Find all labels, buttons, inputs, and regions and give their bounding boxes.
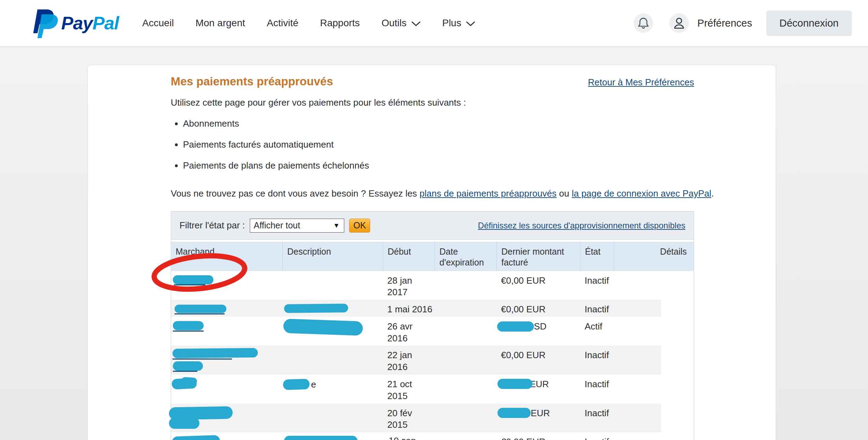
status-cell: Inactif [580,271,614,300]
expiration-cell [435,300,496,317]
column-header-description: Description [282,242,383,271]
amount-cell: SD [496,317,580,346]
status-cell: Inactif [580,375,614,404]
expiration-cell [435,432,496,440]
nav-item-outils[interactable]: Outils [371,17,431,29]
list-item: Paiements de plans de paiements échelonn… [183,160,369,171]
column-header-expiration: Date d'expiration [435,242,496,271]
start-date-cell: 1 mai 2016 [383,300,435,317]
payment-types-list: Abonnements Paiements facturés automatiq… [175,118,369,181]
start-date-cell: 20 fév 2015 [383,404,435,433]
details-cell [614,300,694,317]
amount-visible-fragment: SD [534,321,546,333]
start-date-cell: 28 jan 2017 [383,271,435,300]
bell-icon [637,17,649,29]
help-suffix: . [711,188,714,199]
table-row: .. 19 sep 2014 €0,00 EUR Inactif [171,432,694,440]
profile-button[interactable] [669,13,689,33]
amount-cell: €0,00 EUR [496,432,580,440]
expiration-cell [435,317,496,346]
nav-item-plus[interactable]: Plus [431,17,486,29]
merchant-cell[interactable] [171,317,282,346]
amount-cell: EUR [496,375,580,404]
redaction-mark [497,321,534,332]
merchant-cell[interactable] [171,300,282,317]
nav-item-activite[interactable]: Activité [256,17,309,29]
amount-cell: €0,00 EUR [496,300,580,317]
description-cell: .. [282,432,383,440]
nav-item-mon-argent[interactable]: Mon argent [185,17,256,29]
merchant-link-underline [175,313,225,314]
paypal-login-page-link[interactable]: la page de connexion avec PayPal [572,188,711,199]
amount-cell: €0,00 EUR [496,271,580,300]
expiration-cell [435,404,496,433]
help-middle: ou [557,188,572,199]
table-row: 1 mai 2016 €0,00 EUR Inactif [171,300,694,317]
logout-button[interactable]: Déconnexion [766,10,852,36]
redaction-mark [175,305,226,313]
list-item: Abonnements [183,118,369,129]
merchant-cell[interactable] [171,432,282,440]
back-to-preferences-link[interactable]: Retour à Mes Préférences [588,77,694,88]
intro-text: Utilisez cette page pour gérer vos paiem… [171,97,466,108]
description-visible-fragment: .. [360,436,365,440]
amount-cell: €0,00 EUR [496,346,580,375]
redaction-mark [173,275,213,284]
notifications-button[interactable] [634,13,653,33]
amount-visible-fragment: EUR [530,378,549,390]
merchant-link-underline [173,371,197,372]
nav-item-plus-label: Plus [442,17,461,29]
status-cell: Inactif [580,346,614,375]
redaction-mark [169,418,199,429]
start-date-cell: 19 sep 2014 [383,432,435,440]
status-cell: Inactif [580,300,614,317]
filter-bar: Filtrer l'état par : Afficher tout ▼ OK … [171,212,694,240]
table-row: 26 avr 2016 SD Actif [171,317,694,346]
merchant-link-underline [174,284,205,285]
top-navigation-bar: PayPal Accueil Mon argent Activité Rappo… [0,0,868,47]
preferences-link[interactable]: Préférences [697,17,752,29]
filter-label: Filtrer l'état par : [179,220,245,231]
ok-button[interactable]: OK [349,219,370,233]
merchant-cell[interactable] [171,271,282,300]
description-cell [282,346,383,375]
redaction-mark [173,321,204,330]
merchant-cell[interactable] [171,375,282,404]
nav-item-rapports[interactable]: Rapports [309,17,371,29]
help-text: Vous ne trouvez pas ce dont vous avez be… [171,188,714,199]
amount-visible-fragment: EUR [531,407,550,419]
details-cell [614,271,694,300]
nav-right-group: Préférences Déconnexion [634,10,852,36]
status-filter-select[interactable]: Afficher tout ▼ [250,219,344,233]
funding-sources-link[interactable]: Définissez les sources d'approvisionneme… [478,221,685,230]
redaction-mark [284,304,348,313]
merchant-link-underline [173,331,204,332]
paypal-logo[interactable]: PayPal [33,8,119,38]
start-date-cell: 21 oct 2015 [383,375,435,404]
nav-item-accueil[interactable]: Accueil [132,17,185,29]
description-cell: e [282,375,383,404]
paypal-monogram-icon [33,8,58,38]
status-filter-value: Afficher tout [254,220,300,230]
expiration-cell [435,375,496,404]
details-cell [614,317,694,346]
merchant-cell[interactable] [171,404,282,433]
description-cell [282,317,383,346]
list-item: Paiements facturés automatiquement [183,139,369,150]
redaction-mark [497,408,531,418]
status-cell: Actif [580,317,614,346]
redaction-mark [283,319,363,336]
help-prefix: Vous ne trouvez pas ce dont vous avez be… [171,188,419,199]
table-header-row: Marchand Description Début Date d'expira… [171,242,694,271]
details-cell [614,375,694,404]
content-card: Mes paiements préapprouvés Retour à Mes … [87,65,776,440]
main-menu: Accueil Mon argent Activité Rapports Out… [132,17,486,29]
preapproved-plans-link[interactable]: plans de paiements préapprouvés [419,188,557,199]
brand-text-pal: Pal [93,13,119,33]
table-row: 20 fév 2015 EUR Inactif [171,404,694,433]
column-header-details: Détails [614,242,694,271]
merchant-cell[interactable] [171,346,282,375]
details-cell [614,346,694,375]
description-visible-fragment: e [311,379,316,391]
start-date-cell: 22 jan 2016 [383,346,435,375]
